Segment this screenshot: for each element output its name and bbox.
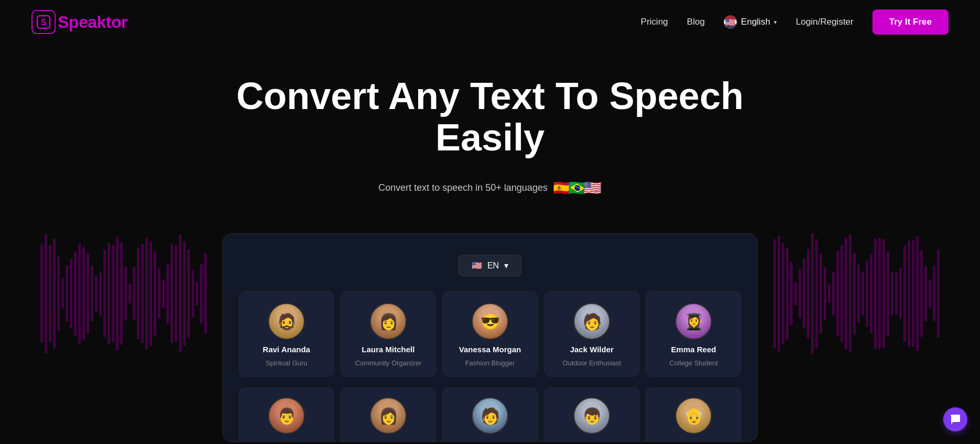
avatar-emma: 👩‍🎓 (675, 303, 712, 340)
language-flags: 🇪🇸 🇧🇷 🇺🇸 (556, 179, 602, 197)
voice-card-b3[interactable]: 🧑 (442, 387, 538, 441)
voice-name-emma: Emma Reed (671, 345, 716, 354)
voice-card-b1[interactable]: 👨 (239, 387, 334, 441)
voice-card-b2[interactable]: 👩 (340, 387, 436, 441)
language-selector[interactable]: 🇺🇸 English ▾ (723, 15, 777, 29)
hero-section: Convert Any Text To Speech Easily Conver… (0, 44, 980, 233)
chevron-down-icon: ▾ (774, 19, 777, 26)
logo-icon: S (31, 10, 56, 34)
avatar-b5: 👴 (675, 397, 712, 434)
logo-text: Speaktor (58, 13, 127, 32)
voice-name-vanessa: Vanessa Morgan (459, 345, 521, 354)
svg-text:S: S (41, 18, 47, 27)
demo-flag: 🇺🇸 (472, 261, 482, 270)
avatar-laura: 👩 (370, 303, 407, 340)
voice-cards-bottom-row: 👨 👩 🧑 👦 👴 (239, 387, 741, 441)
voice-card-vanessa[interactable]: 😎 Vanessa Morgan Fashion Blogger (442, 291, 538, 377)
nav-links: Pricing Blog 🇺🇸 English ▾ Login/Register… (641, 9, 949, 35)
voice-card-b4[interactable]: 👦 (544, 387, 640, 441)
demo-chevron-icon: ▾ (504, 261, 508, 270)
voice-card-laura[interactable]: 👩 Laura Mitchell Community Organizer (340, 291, 436, 377)
voice-name-jack: Jack Wilder (570, 345, 613, 354)
voice-card-jack[interactable]: 🧑 Jack Wilder Outdoor Enthusiast (544, 291, 640, 377)
language-label: English (741, 17, 770, 27)
hero-subtext-row: Convert text to speech in 50+ languages … (10, 179, 970, 197)
hero-headline: Convert Any Text To Speech Easily (228, 75, 752, 158)
nav-blog[interactable]: Blog (687, 17, 705, 27)
logo: S Speaktor (31, 10, 127, 34)
logo-brand: Speaktor (58, 13, 127, 31)
voice-card-b5[interactable]: 👴 (646, 387, 741, 441)
avatar-b2: 👩 (370, 397, 407, 434)
voice-role-emma: College Student (669, 359, 718, 367)
voice-name-ravi: Ravi Ananda (263, 345, 310, 354)
avatar-b3: 🧑 (472, 397, 508, 434)
flag-usa: 🇺🇸 (583, 179, 602, 197)
demo-panel-wrapper: 🇺🇸 EN ▾ 🧔 Ravi Ananda Spiritual Guru 👩 L… (0, 233, 980, 442)
nav-pricing[interactable]: Pricing (641, 17, 668, 27)
voice-role-jack: Outdoor Enthusiast (562, 359, 621, 367)
avatar-ravi: 🧔 (268, 303, 305, 340)
demo-lang-selector[interactable]: 🇺🇸 EN ▾ (459, 255, 521, 276)
avatar-b4: 👦 (573, 397, 610, 434)
voice-role-laura: Community Organizer (355, 359, 421, 367)
avatar-b1: 👨 (268, 397, 305, 434)
avatar-jack: 🧑 (573, 303, 610, 340)
voice-cards-row: 🧔 Ravi Ananda Spiritual Guru 👩 Laura Mit… (239, 291, 741, 387)
demo-lang-code: EN (487, 261, 499, 270)
flag-icon: 🇺🇸 (723, 15, 737, 29)
nav-login[interactable]: Login/Register (796, 17, 854, 27)
voice-name-laura: Laura Mitchell (362, 345, 415, 354)
demo-lang-selector-row: 🇺🇸 EN ▾ (239, 255, 741, 276)
avatar-vanessa: 😎 (472, 303, 508, 340)
navbar: S Speaktor Pricing Blog 🇺🇸 English ▾ Log… (0, 0, 980, 44)
hero-subtext: Convert text to speech in 50+ languages (378, 182, 548, 193)
chat-bubble-button[interactable] (943, 407, 967, 431)
voice-card-ravi[interactable]: 🧔 Ravi Ananda Spiritual Guru (239, 291, 334, 377)
demo-panel: 🇺🇸 EN ▾ 🧔 Ravi Ananda Spiritual Guru 👩 L… (222, 233, 758, 442)
try-free-button[interactable]: Try It Free (872, 9, 949, 35)
voice-role-vanessa: Fashion Blogger (465, 359, 515, 367)
voice-card-emma[interactable]: 👩‍🎓 Emma Reed College Student (646, 291, 741, 377)
voice-role-ravi: Spiritual Guru (265, 359, 307, 367)
